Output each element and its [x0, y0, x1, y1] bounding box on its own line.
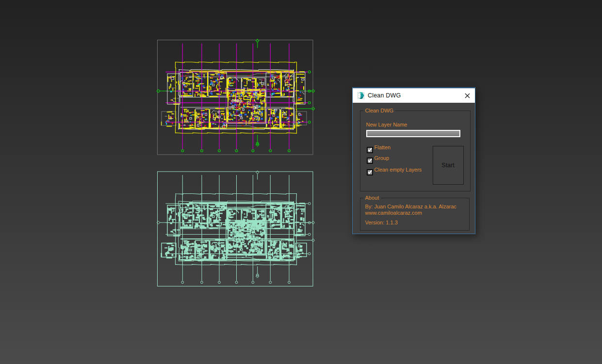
- svg-text:0000: 0000: [231, 231, 242, 236]
- svg-text:0000: 0000: [231, 99, 242, 104]
